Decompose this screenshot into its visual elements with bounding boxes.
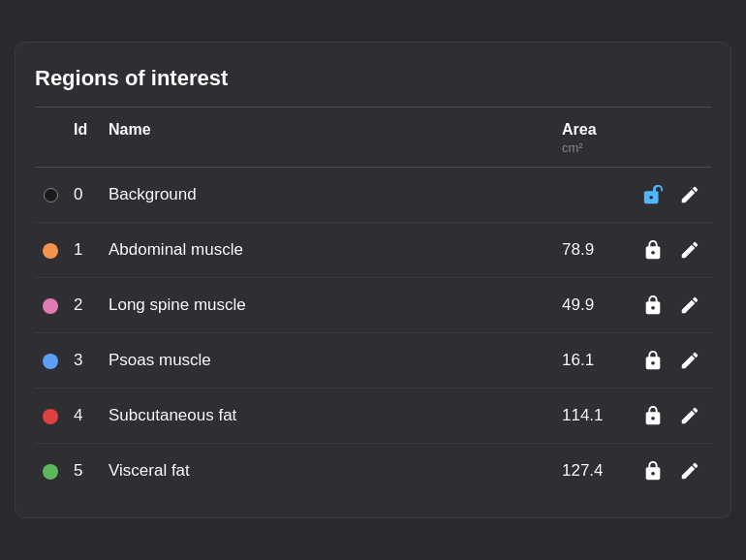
region-id: 0 (66, 168, 101, 223)
dot-cell (35, 444, 66, 499)
region-name: Visceral fat (101, 444, 554, 499)
th-name: Name (101, 111, 554, 140)
region-area: 49.9 (554, 278, 632, 333)
dot-cell (35, 389, 66, 444)
edit-button[interactable] (676, 402, 703, 429)
regions-table: Id Name Area cm² 0Background 1Abdominal … (35, 111, 711, 498)
region-actions (632, 333, 711, 389)
lock-button[interactable] (639, 292, 667, 319)
region-color-dot (43, 243, 58, 259)
region-actions (632, 389, 711, 444)
edit-button[interactable] (676, 457, 703, 484)
region-area: 16.1 (554, 333, 632, 389)
region-id: 2 (66, 278, 101, 333)
th-dot (35, 111, 66, 140)
region-actions (632, 444, 711, 499)
edit-button[interactable] (676, 236, 703, 264)
table-row: 3Psoas muscle16.1 (35, 333, 711, 389)
lock-button[interactable] (639, 347, 667, 374)
region-id: 4 (66, 389, 101, 444)
region-actions (632, 223, 711, 278)
region-actions (632, 168, 711, 223)
th-id: Id (66, 111, 101, 140)
unlock-button[interactable] (639, 181, 667, 208)
title-divider (35, 107, 711, 108)
region-id: 5 (66, 444, 101, 499)
th-actions (632, 111, 711, 140)
table-row: 2Long spine muscle49.9 (35, 278, 711, 333)
table-row: 4Subcutaneous fat114.1 (35, 389, 711, 444)
region-actions (632, 278, 711, 333)
lock-button[interactable] (639, 457, 667, 484)
region-color-dot (43, 354, 58, 369)
table-row: 0Background (35, 168, 711, 223)
region-name: Subcutaneous fat (101, 389, 554, 444)
table-body: 0Background 1Abdominal muscle78.9 2Long … (35, 168, 711, 498)
edit-button[interactable] (676, 347, 703, 374)
table-header-row: Id Name Area (35, 111, 711, 140)
panel-title: Regions of interest (35, 66, 711, 91)
region-id: 3 (66, 333, 101, 389)
dot-cell (35, 223, 66, 278)
edit-button[interactable] (676, 292, 703, 319)
lock-button[interactable] (639, 236, 667, 264)
region-area: 78.9 (554, 223, 632, 278)
edit-button[interactable] (676, 181, 703, 208)
region-area: 127.4 (554, 444, 632, 499)
lock-button[interactable] (639, 402, 667, 429)
th-area-unit: cm² (554, 140, 632, 163)
region-name: Long spine muscle (101, 278, 554, 333)
region-color-dot (43, 298, 58, 314)
regions-of-interest-panel: Regions of interest Id Name Area cm² 0 (15, 42, 731, 518)
region-id: 1 (66, 223, 101, 278)
table-row: 5Visceral fat127.4 (35, 444, 711, 499)
region-color-dot (43, 409, 58, 424)
region-area: 114.1 (554, 389, 632, 444)
region-area (554, 168, 632, 223)
dot-cell (35, 333, 66, 389)
region-name: Abdominal muscle (101, 223, 554, 278)
table-subheader-row: cm² (35, 140, 711, 163)
region-name: Psoas muscle (101, 333, 554, 389)
region-color-dot (43, 464, 58, 480)
region-color-dot (44, 188, 58, 202)
th-area: Area (554, 111, 632, 140)
dot-cell (35, 168, 66, 223)
dot-cell (35, 278, 66, 333)
table-row: 1Abdominal muscle78.9 (35, 223, 711, 278)
region-name: Background (101, 168, 554, 223)
